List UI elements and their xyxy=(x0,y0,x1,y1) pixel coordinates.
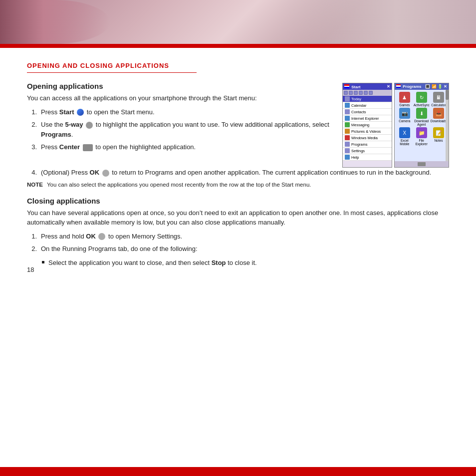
closing-steps-list: 1. Press and hold OK to open Memory Sett… xyxy=(27,232,449,254)
note-label: NOTE xyxy=(27,181,43,189)
closing-step-2: 2. On the Running Programs tab, do one o… xyxy=(27,244,449,254)
notes-icon: 📝 xyxy=(433,127,444,138)
toolbar-btn-5 xyxy=(364,91,368,95)
toolbar-btn-3 xyxy=(354,91,358,95)
programs-bottom-bar xyxy=(395,161,449,167)
scrollbar-thumb xyxy=(446,90,449,100)
closing-step-1: 1. Press and hold OK to open Memory Sett… xyxy=(27,232,449,241)
ok-icon xyxy=(102,170,109,177)
closing-intro: You can have several applications open a… xyxy=(27,208,449,228)
toolbar-btn-1 xyxy=(344,91,348,95)
camera-icon: 📷 xyxy=(399,108,410,119)
start-titlebar: Start ✕ xyxy=(343,83,392,90)
start-menu-screenshot: Start ✕ Today Cal xyxy=(342,83,392,168)
opening-step-1: 1. Press Start to open the Start menu. xyxy=(27,107,332,117)
programs-scrollbar xyxy=(446,90,449,167)
prog-download-agent: ⬇ Download Agent xyxy=(414,108,430,126)
closing-section: Closing applications You can have severa… xyxy=(27,197,449,268)
programs-grid: ♟ Games ↻ ActiveSync 🖩 Calculator 📷 Came… xyxy=(395,90,449,148)
toolbar-btn-2 xyxy=(349,91,353,95)
closing-bullet-item: Select the application you want to close… xyxy=(42,258,449,268)
toolbar-btn-4 xyxy=(359,91,363,95)
closing-bullet-list: Select the application you want to close… xyxy=(42,258,449,268)
note-text: You can also select the applications you… xyxy=(47,181,311,189)
opening-left: Opening applications You can access all … xyxy=(27,82,332,156)
download-agent-icon: ⬇ xyxy=(416,108,427,119)
opening-steps-list: 1. Press Start to open the Start menu. 2… xyxy=(27,107,332,152)
menu-messaging: Messaging xyxy=(343,122,392,128)
start-toolbar xyxy=(343,90,392,96)
menu-contacts: Contacts xyxy=(343,109,392,115)
downloads-icon: 📥 xyxy=(433,108,444,119)
activesync-icon: ↻ xyxy=(416,92,427,103)
start-icon xyxy=(77,109,84,116)
messaging-icon xyxy=(345,122,350,127)
closing-step-2-text: On the Running Programs tab, do one of t… xyxy=(41,244,198,254)
header-trees xyxy=(276,0,476,44)
opening-step-4: 4. (Optional) Press OK to return to Prog… xyxy=(27,168,449,178)
ok-icon-2 xyxy=(98,233,105,240)
prog-games: ♟ Games xyxy=(397,92,413,107)
opening-heading: Opening applications xyxy=(27,82,332,90)
keyboard-icon xyxy=(418,162,426,166)
games-icon: ♟ xyxy=(399,92,410,103)
programs-icon xyxy=(345,142,350,147)
section-title: OPENING AND CLOSING APPLICATIONS xyxy=(27,62,449,69)
settings-icon xyxy=(345,148,350,153)
prog-downloads: 📥 Downloads xyxy=(431,108,447,126)
ie-icon xyxy=(345,116,350,121)
prog-camera: 📷 Camera xyxy=(397,108,413,126)
programs-flag-icon xyxy=(396,84,401,88)
prog-activesync: ↻ ActiveSync xyxy=(414,92,430,107)
menu-ie: Internet Explorer xyxy=(343,115,392,122)
opening-step-3: 3. Press Center to open the highlighted … xyxy=(27,142,332,152)
fiveway-icon xyxy=(86,122,93,129)
media-icon xyxy=(345,135,350,140)
prog-excel: X Excel Mobile xyxy=(397,127,413,146)
menu-programs: Programs xyxy=(343,141,392,148)
center-icon xyxy=(83,144,93,151)
main-content: OPENING AND CLOSING APPLICATIONS Opening… xyxy=(0,48,476,279)
file-explorer-icon: 📁 xyxy=(416,127,427,138)
opening-section: Opening applications You can access all … xyxy=(27,82,449,168)
prog-notes: 📝 Notes xyxy=(431,127,447,146)
prog-file-explorer: 📁 File Explorer xyxy=(414,127,430,146)
calendar-icon xyxy=(345,103,350,108)
menu-calendar: Calendar xyxy=(343,102,392,109)
bullet-square-icon xyxy=(42,261,44,263)
pictures-icon xyxy=(345,129,350,134)
closing-heading: Closing applications xyxy=(27,197,449,205)
header-red-bar xyxy=(0,44,476,48)
prog-calculator: 🖩 Calculator xyxy=(431,92,447,107)
toolbar-btn-6 xyxy=(369,91,373,95)
opening-step-2: 2. Use the 5-way to highlight the applic… xyxy=(27,120,332,139)
menu-today: Today xyxy=(343,96,392,102)
calculator-icon: 🖩 xyxy=(433,92,444,103)
menu-media: Windows Media xyxy=(343,135,392,141)
section-divider xyxy=(27,72,197,73)
footer-red-bar xyxy=(0,467,476,476)
header-person-silhouette xyxy=(0,0,110,44)
opening-intro: You can access all the applications on y… xyxy=(27,93,332,103)
windows-flag-icon xyxy=(344,84,349,88)
menu-pictures: Pictures & Videos xyxy=(343,128,392,135)
programs-titlebar: Programs 🔳 📶 🔋 ✕ xyxy=(395,83,449,90)
programs-screenshot: Programs 🔳 📶 🔋 ✕ ♟ Games ↻ ActiveSync 🖩 xyxy=(394,83,449,168)
contacts-icon xyxy=(345,109,350,114)
help-icon xyxy=(345,155,350,160)
excel-icon: X xyxy=(399,127,410,138)
phone-screenshots: Start ✕ Today Cal xyxy=(342,83,449,168)
menu-help: Help xyxy=(343,154,392,161)
menu-settings: Settings xyxy=(343,148,392,154)
note-block: NOTE You can also select the application… xyxy=(27,181,449,189)
page-number: 18 xyxy=(27,266,34,273)
header-photo xyxy=(0,0,476,44)
today-icon xyxy=(345,96,350,101)
